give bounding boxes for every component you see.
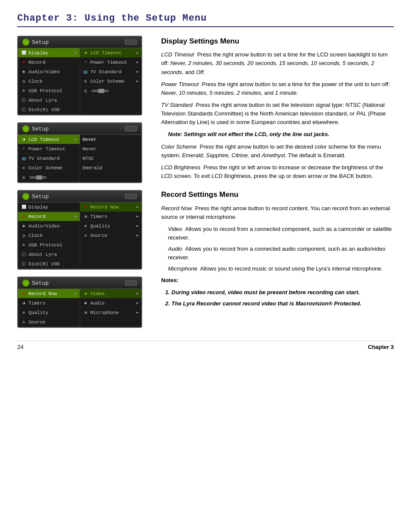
clock-icon (21, 233, 27, 239)
info-icon (21, 97, 27, 103)
mic-icon (83, 310, 89, 316)
menu-label: Record Now (28, 291, 57, 296)
record-icon (21, 291, 27, 297)
widget2-btn (125, 126, 137, 131)
widget2-body: LCD Timeout ▶ Power Timeout TV Standard … (18, 135, 141, 182)
menu-label: Quality (90, 224, 110, 229)
chapter-label: Chapter 3 (368, 344, 394, 350)
list-item[interactable]: Audio/Video (18, 67, 80, 77)
list-item[interactable]: About Lyra (18, 96, 80, 105)
list-item[interactable]: About Lyra (18, 250, 80, 259)
widget2-header: Setup (18, 123, 141, 135)
list-item[interactable]: Clock (18, 77, 80, 86)
note-2: The Lyra Recorder cannot record video th… (171, 299, 394, 308)
arrow-icon: ▶ (137, 214, 139, 219)
menu-label: Source (90, 233, 108, 238)
list-item[interactable]: Quality (18, 308, 80, 317)
list-item[interactable]: Quality ▶ (80, 221, 142, 231)
setup-widget-3: Setup Display Record ▶ Aud (17, 190, 142, 270)
list-item[interactable]: Microphone ▶ (80, 308, 142, 317)
notes-list: During video record, video must be prese… (171, 288, 394, 308)
tv-standard-para: TV Standard Press the right arrow button… (161, 101, 394, 127)
arrow-icon: ▶ (137, 301, 139, 305)
list-item[interactable]: Record Now ▶ (80, 202, 142, 212)
gear-icon (22, 125, 29, 132)
value-label: NTSC (83, 156, 94, 161)
gear-icon (22, 280, 29, 286)
widget3-left-col: Display Record ▶ Audio/Video Clock (18, 202, 80, 269)
list-item[interactable]: Display (18, 202, 80, 212)
menu-label: Display (28, 205, 48, 210)
arrow-icon: ▶ (137, 205, 139, 209)
list-item[interactable]: TV Standard (18, 154, 80, 163)
widget1-right-col: LCD Timeout ▶ Power Timeout ▶ TV Standar… (80, 48, 142, 115)
list-item[interactable]: Never (80, 144, 142, 154)
list-item[interactable]: Power Timeout ▶ (80, 58, 142, 67)
divx-icon (21, 261, 27, 267)
arrow-icon: ▶ (75, 50, 77, 55)
list-item[interactable]: LCD Timeout ▶ (18, 135, 80, 144)
arrow-icon: ▶ (137, 224, 139, 228)
list-item[interactable]: Color Scheme (18, 163, 80, 173)
term-color-scheme: Color Scheme (161, 143, 196, 150)
list-item[interactable]: Color Scheme ▶ (80, 77, 142, 86)
menu-label: Audio/Video (28, 69, 60, 75)
record-section-heading: Record Settings Menu (161, 189, 394, 200)
list-item[interactable] (18, 173, 80, 182)
list-item[interactable]: Record Now ▶ (18, 289, 80, 299)
widget4-right-col: Video ▶ Audio ▶ Microphone ▶ (80, 289, 142, 327)
widget4-body: Record Now ▶ Timers Quality Source (18, 289, 141, 327)
value-label: Never (83, 146, 97, 152)
menu-label: Color Scheme (90, 79, 125, 84)
list-item[interactable]: NTSC (80, 154, 142, 163)
list-item[interactable]: DivX(R) VOD (18, 105, 80, 115)
list-item[interactable]: Video ▶ (80, 289, 142, 299)
list-item[interactable]: Record ▶ (18, 212, 80, 221)
menu-label: Source (28, 320, 46, 325)
color-scheme-para: Color Scheme Press the right arrow butto… (161, 143, 394, 160)
list-item[interactable]: Clock (18, 231, 80, 240)
list-item[interactable]: Audio ▶ (80, 299, 142, 308)
setup-widget-2: Setup LCD Timeout ▶ Power Timeout (17, 122, 142, 183)
video-icon (83, 291, 89, 297)
widget4-title: Setup (32, 280, 122, 286)
list-item[interactable]: USB Protocol (18, 240, 80, 250)
list-item[interactable]: Source ▶ (80, 231, 142, 240)
gear-icon (22, 39, 29, 46)
list-item[interactable]: DivX(R) VOD (18, 259, 80, 269)
note-label: Note: Settings will not effect the LCD, … (168, 131, 330, 137)
arrow-icon: ▶ (137, 79, 139, 84)
list-item[interactable]: Never (80, 135, 142, 144)
list-item[interactable]: Emerald (80, 163, 142, 173)
term-microphone: Microphone (168, 265, 197, 272)
menu-label: Timers (28, 301, 46, 306)
list-item[interactable]: TV Standard ▶ (80, 67, 142, 77)
list-item[interactable]: Source (18, 317, 80, 327)
list-item[interactable] (80, 86, 142, 96)
list-item[interactable]: LCD Timeout ▶ (80, 48, 142, 58)
divx-icon (21, 107, 27, 113)
list-item[interactable]: USB Protocol (18, 86, 80, 96)
display-icon (21, 50, 27, 56)
menu-label: DivX(R) VOD (28, 107, 60, 112)
widget3-title: Setup (32, 193, 122, 200)
list-item[interactable]: Record (18, 58, 80, 67)
power-icon (21, 146, 27, 152)
menu-label: About Lyra (28, 98, 57, 103)
menu-label: DivX(R) VOD (28, 261, 60, 267)
list-item[interactable]: Power Timeout (18, 144, 80, 154)
list-item[interactable]: Timers (18, 299, 80, 308)
widget1-body: Display ▶ Record Audio/Video Clock (18, 48, 141, 115)
list-item[interactable]: Audio/Video (18, 221, 80, 231)
audio-icon (21, 223, 27, 229)
chapter-title: Chapter 3: Using the Setup Menu (17, 13, 394, 27)
arrow-icon: ▶ (75, 291, 77, 296)
term-record-now: Record Now (161, 205, 192, 212)
info-icon (21, 252, 27, 258)
source-icon (83, 233, 89, 239)
lcd-icon (83, 50, 89, 56)
brightness-icon (21, 174, 27, 180)
list-item[interactable]: Display ▶ (18, 48, 80, 58)
list-item[interactable]: Timers ▶ (80, 212, 142, 221)
menu-label: Clock (28, 79, 43, 84)
